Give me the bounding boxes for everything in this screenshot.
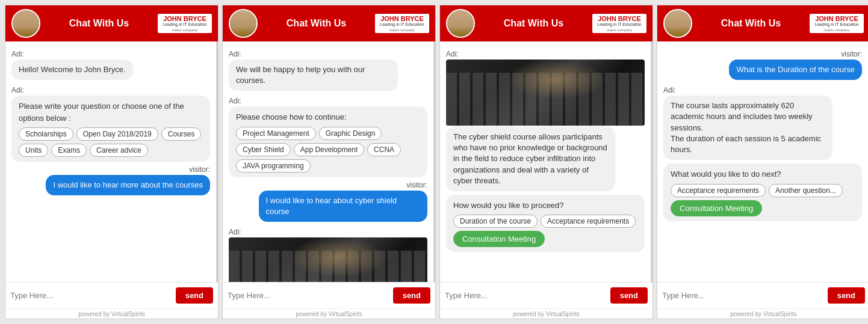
bubble-welcome: Hello! Welcome to John Bryce. [11,60,133,80]
options-buttons-1: Scholarships Open Day 2018/2019 Courses … [19,127,203,157]
chat-widget-4: Chat With Us JOHN BRYCE Leading in IT Ed… [657,5,868,319]
option-career[interactable]: Career advice [90,144,148,157]
chat-input-3[interactable] [445,291,607,300]
chat-logo-2: JOHN BRYCE Leading in IT Education matri… [375,14,429,32]
chat-header-4: Chat With Us JOHN BRYCE Leading in IT Ed… [657,5,868,41]
option-consultation-3[interactable]: Consultation Meeting [453,231,545,247]
chat-body-4: visitor: What is the Duration of the cou… [657,41,868,282]
msg-adi-2a: Adi: We will be happy to help you with o… [229,50,427,93]
chat-input-4[interactable] [662,291,824,300]
option-projectmgmt[interactable]: Project Management [236,127,316,140]
chat-logo-1: JOHN BRYCE Leading in IT Education matri… [158,14,212,32]
options-buttons-4: Acceptance requirements Another question… [671,184,855,216]
msg-visitor-1: visitor: I would like to hear more about… [11,165,210,198]
bubble-cybershield: The cyber shield course allows participa… [446,127,615,191]
option-scholarships[interactable]: Scholarships [19,127,73,141]
option-appdev[interactable]: App Development [294,143,364,156]
chat-input-2[interactable] [228,291,389,300]
chat-widget-1: Chat With Us JOHN BRYCE Leading in IT Ed… [5,5,219,319]
option-units[interactable]: Units [19,144,48,157]
bubble-happy: We will be happy to help you with our co… [229,60,398,91]
option-exams[interactable]: Exams [51,144,87,157]
chat-title-3: Chat With Us [480,18,587,29]
option-acceptance[interactable]: Acceptance requirements [541,215,636,228]
option-cybershield[interactable]: Cyber Shield [236,143,291,156]
msg-options-2: Adi: Please choose how to continue: Proj… [229,97,427,177]
msg-visitor-4: visitor: What is the Duration of the cou… [663,50,862,82]
powered-by-3: powered by VirtualSpirits [440,308,653,319]
chat-header-3: Chat With Us JOHN BRYCE Leading in IT Ed… [440,5,653,41]
options-buttons-2: Project Management Graphic Design Cyber … [236,127,420,173]
chat-body-2: Adi: We will be happy to help you with o… [223,41,435,282]
chat-logo-4: JOHN BRYCE Leading in IT Education matri… [810,14,864,32]
option-courses[interactable]: Courses [161,127,202,141]
msg-options-1: Adi: Please write your question or choos… [11,86,210,162]
option-duration[interactable]: Duration of the course [453,215,538,228]
send-btn-3[interactable]: send [610,287,648,304]
bubble-duration: The course lasts approximately 620 acade… [663,96,832,160]
chat-widget-3: Chat With Us JOHN BRYCE Leading in IT Ed… [439,5,653,319]
options-bubble-2: Please choose how to continue: Project M… [229,106,427,177]
chat-widget-2: Chat With Us JOHN BRYCE Leading in IT Ed… [222,5,436,319]
option-graphicdesign[interactable]: Graphic Design [319,127,382,140]
send-btn-4[interactable]: send [828,287,865,304]
powered-by-4: powered by VirtualSpirits [657,308,868,319]
chat-footer-2: send [223,282,435,308]
chat-input-1[interactable] [10,291,172,300]
chat-footer-3: send [440,282,653,308]
powered-by-2: powered by VirtualSpirits [223,308,435,319]
visitor-bubble-2: I would like to hear about cyber shield … [259,191,428,222]
option-openday[interactable]: Open Day 2018/2019 [76,127,158,141]
chat-footer-4: send [657,282,868,308]
options-buttons-3: Duration of the course Acceptance requir… [453,215,637,247]
avatar-1 [11,9,40,38]
keyboard-image-2 [229,237,427,282]
chat-title-4: Chat With Us [697,18,805,29]
option-acceptance-4[interactable]: Acceptance requirements [671,184,766,197]
avatar-4 [663,9,692,38]
msg-adi-4a: Adi: The course lasts approximately 620 … [663,86,862,162]
visitor-bubble-4: What is the Duration of the course [729,60,862,80]
options-bubble-3: How would you like to proceed? Duration … [446,195,645,252]
chat-header-2: Chat With Us JOHN BRYCE Leading in IT Ed… [223,5,435,41]
chat-title-2: Chat With Us [262,18,370,29]
avatar-2 [229,9,258,38]
chat-logo-3: JOHN BRYCE Leading in IT Education matri… [592,14,646,32]
option-ccna[interactable]: CCNA [367,143,401,156]
send-btn-1[interactable]: send [176,287,213,304]
msg-image-2: Adi: [229,228,427,282]
option-another-4[interactable]: Another question... [769,184,843,197]
chat-title-1: Chat With Us [45,18,153,29]
chat-footer-1: send [5,282,218,308]
chat-body-1: Adi: Hello! Welcome to John Bryce. Adi: … [5,41,218,282]
msg-options-4: What would you like to do next? Acceptan… [663,164,862,221]
keyboard-image-3 [446,60,645,126]
msg-options-3: How would you like to proceed? Duration … [446,195,645,252]
options-bubble-4: What would you like to do next? Acceptan… [663,164,862,221]
chat-body-3: Adi: The cyber shield course allows part… [440,41,653,282]
msg-visitor-2: visitor: I would like to hear about cybe… [229,181,427,224]
visitor-bubble-1: I would like to hear more about the cour… [46,175,210,195]
option-consultation-4[interactable]: Consultation Meeting [671,200,762,216]
option-java[interactable]: JAVA programming [236,159,311,173]
msg-adi-3a: Adi: [446,50,645,126]
chat-header-1: Chat With Us JOHN BRYCE Leading in IT Ed… [5,5,218,41]
options-bubble-1: Please write your question or choose one… [11,96,210,162]
send-btn-2[interactable]: send [393,287,430,304]
powered-by-1: powered by VirtualSpirits [5,308,218,319]
msg-adi-label: Adi: Hello! Welcome to John Bryce. [11,50,210,82]
avatar-3 [446,9,475,38]
msg-adi-3b: The cyber shield course allows participa… [446,127,645,194]
